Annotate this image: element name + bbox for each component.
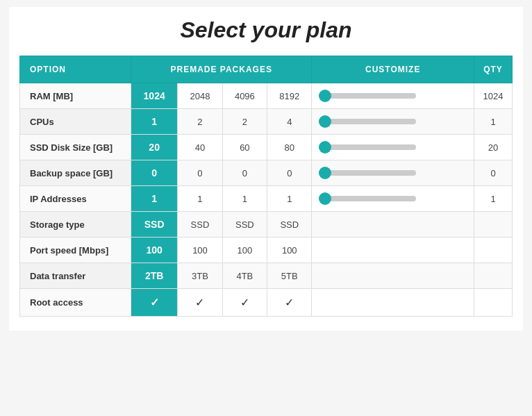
slider-thumb[interactable]: [319, 90, 331, 102]
qty-value: 0: [474, 160, 513, 186]
table-row: Port speed [Mbps]100100100100: [20, 238, 513, 263]
selected-value[interactable]: 2TB: [131, 263, 178, 289]
slider-container[interactable]: [319, 170, 430, 176]
slider-container[interactable]: [319, 93, 430, 99]
package-value[interactable]: 2048: [178, 83, 222, 109]
slider-thumb[interactable]: [319, 167, 331, 179]
option-label: RAM [MB]: [20, 83, 131, 109]
customize-slider-cell: [312, 263, 474, 289]
package-value[interactable]: 5TB: [267, 263, 312, 289]
package-value[interactable]: 3TB: [178, 263, 222, 289]
package-value[interactable]: 2: [178, 109, 222, 135]
package-value[interactable]: 4TB: [222, 263, 267, 289]
customize-header: CUSTOMIZE: [312, 56, 474, 83]
customize-slider-cell: [312, 212, 474, 238]
main-container: Select your plan OPTION PREMADE PACKAGES…: [9, 7, 523, 331]
qty-value: 1024: [474, 83, 513, 109]
table-row: SSD Disk Size [GB]20406080 20: [20, 135, 513, 160]
package-value[interactable]: 80: [267, 135, 312, 160]
slider-container[interactable]: [319, 196, 430, 201]
option-label: Storage type: [20, 212, 131, 238]
table-row: Data transfer2TB3TB4TB5TB: [20, 263, 513, 289]
qty-value: 1: [474, 109, 513, 135]
plan-table: OPTION PREMADE PACKAGES CUSTOMIZE QTY RA…: [19, 56, 513, 317]
slider-container[interactable]: [319, 119, 430, 124]
option-label: Data transfer: [20, 263, 131, 289]
package-value[interactable]: 0: [267, 160, 312, 186]
option-label: IP Addresses: [20, 186, 131, 212]
package-value[interactable]: SSD: [178, 212, 222, 238]
customize-slider-cell: [312, 238, 474, 263]
option-label: Root access: [20, 289, 131, 317]
option-label: Backup space [GB]: [20, 160, 131, 186]
customize-slider-cell[interactable]: [312, 186, 474, 212]
selected-value[interactable]: 1: [131, 109, 178, 135]
qty-value: 1: [474, 186, 513, 212]
package-value[interactable]: 4: [267, 109, 312, 135]
slider-thumb[interactable]: [319, 141, 331, 153]
selected-value[interactable]: ✓: [131, 289, 178, 317]
table-row: CPUs1224 1: [20, 109, 513, 135]
slider-track[interactable]: [319, 144, 416, 150]
package-value[interactable]: ✓: [178, 289, 222, 317]
page-title: Select your plan: [19, 17, 513, 43]
slider-track[interactable]: [319, 196, 416, 201]
package-value[interactable]: ✓: [267, 289, 312, 317]
slider-track[interactable]: [319, 119, 416, 124]
selected-value[interactable]: 100: [131, 238, 178, 263]
selected-value[interactable]: 0: [131, 160, 178, 186]
premade-header: PREMADE PACKAGES: [131, 56, 312, 83]
qty-value: [474, 263, 513, 289]
customize-slider-cell[interactable]: [312, 135, 474, 160]
table-row: RAM [MB]1024204840968192 1024: [20, 83, 513, 109]
package-value[interactable]: 2: [222, 109, 267, 135]
package-value[interactable]: 1: [222, 186, 267, 212]
slider-track[interactable]: [319, 170, 416, 176]
package-value[interactable]: 100: [178, 238, 222, 263]
option-label: Port speed [Mbps]: [20, 238, 131, 263]
package-value[interactable]: 40: [178, 135, 222, 160]
customize-slider-cell[interactable]: [312, 109, 474, 135]
package-value[interactable]: 0: [222, 160, 267, 186]
package-value[interactable]: 60: [222, 135, 267, 160]
slider-track[interactable]: [319, 93, 416, 99]
package-value[interactable]: 100: [222, 238, 267, 263]
package-value[interactable]: SSD: [222, 212, 267, 238]
option-header: OPTION: [20, 56, 131, 83]
customize-slider-cell[interactable]: [312, 160, 474, 186]
customize-slider-cell[interactable]: [312, 83, 474, 109]
table-row: Root access✓✓✓✓: [20, 289, 513, 317]
package-value[interactable]: SSD: [267, 212, 312, 238]
table-row: IP Addresses1111 1: [20, 186, 513, 212]
option-label: SSD Disk Size [GB]: [20, 135, 131, 160]
package-value[interactable]: 0: [178, 160, 222, 186]
selected-value[interactable]: 1024: [131, 83, 178, 109]
selected-value[interactable]: SSD: [131, 212, 178, 238]
option-label: CPUs: [20, 109, 131, 135]
package-value[interactable]: 4096: [222, 83, 267, 109]
package-value[interactable]: 1: [178, 186, 222, 212]
package-value[interactable]: ✓: [222, 289, 267, 317]
selected-value[interactable]: 20: [131, 135, 178, 160]
qty-value: [474, 212, 513, 238]
qty-header: QTY: [474, 56, 513, 83]
qty-value: 20: [474, 135, 513, 160]
slider-thumb[interactable]: [319, 192, 331, 205]
customize-slider-cell: [312, 289, 474, 317]
package-value[interactable]: 1: [267, 186, 312, 212]
qty-value: [474, 238, 513, 263]
table-row: Storage typeSSDSSDSSDSSD: [20, 212, 513, 238]
slider-container[interactable]: [319, 144, 430, 150]
selected-value[interactable]: 1: [131, 186, 178, 212]
table-row: Backup space [GB]0000 0: [20, 160, 513, 186]
package-value[interactable]: 8192: [267, 83, 312, 109]
qty-value: [474, 289, 513, 317]
slider-thumb[interactable]: [319, 115, 331, 128]
package-value[interactable]: 100: [267, 238, 312, 263]
